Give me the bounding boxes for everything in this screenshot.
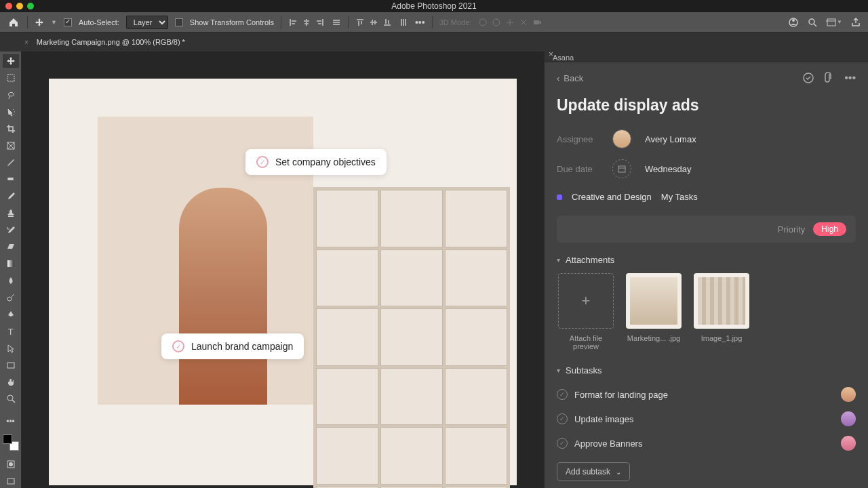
blur-tool[interactable]: [3, 274, 19, 287]
align-right-icon[interactable]: [315, 18, 325, 27]
check-circle-icon: [256, 156, 269, 168]
window-close-button[interactable]: [5, 3, 12, 9]
workspace-icon[interactable]: ▼: [826, 17, 842, 28]
back-label: Back: [564, 73, 583, 83]
svg-rect-7: [317, 20, 321, 22]
assignee-avatar[interactable]: [841, 387, 856, 402]
quick-mask-icon[interactable]: [3, 458, 19, 471]
priority-value[interactable]: High: [813, 222, 846, 236]
move-tool[interactable]: [3, 54, 19, 68]
window-minimize-button[interactable]: [16, 3, 23, 9]
complete-task-icon[interactable]: [802, 72, 814, 84]
svg-point-44: [7, 395, 13, 401]
check-circle-icon[interactable]: [557, 438, 568, 449]
assignee-avatar[interactable]: [612, 129, 631, 148]
check-circle-icon[interactable]: [557, 413, 568, 424]
subtask-item[interactable]: Format for landing page: [557, 382, 856, 407]
cloud-docs-icon[interactable]: [788, 17, 799, 28]
path-select-tool[interactable]: [3, 342, 19, 355]
add-subtask-button[interactable]: Add subtask ⌄: [557, 462, 630, 481]
3d-camera-icon: [532, 18, 542, 27]
gradient-tool[interactable]: [3, 257, 19, 270]
attachment-thumb-2[interactable]: Image_1.jpg: [692, 273, 751, 350]
search-icon[interactable]: [807, 17, 818, 28]
pen-tool[interactable]: [3, 308, 19, 321]
3d-mode-label: 3D Mode:: [439, 18, 472, 26]
lasso-tool[interactable]: [3, 88, 19, 102]
document-tab[interactable]: Marketing Campaign.png @ 100% (RGB/8) *: [28, 34, 193, 50]
align-middle-icon[interactable]: [369, 18, 378, 27]
show-transform-checkbox[interactable]: [175, 18, 183, 26]
document-tab-bar: × Marketing Campaign.png @ 100% (RGB/8) …: [0, 33, 868, 52]
dodge-tool[interactable]: [3, 291, 19, 304]
history-brush-tool[interactable]: [3, 223, 19, 237]
svg-line-45: [12, 400, 15, 403]
task-title[interactable]: Update display ads: [545, 94, 868, 124]
attachments-header[interactable]: ▾ Attachments: [557, 255, 856, 265]
project-1[interactable]: Creative and Design: [572, 192, 652, 202]
canvas-pill-objectives[interactable]: Set company objectives: [245, 149, 387, 175]
calendar-icon[interactable]: [612, 159, 631, 178]
add-attachment[interactable]: + Attach file preview: [557, 273, 615, 350]
assignee-avatar[interactable]: [841, 411, 856, 426]
distribute-icon[interactable]: [332, 18, 341, 27]
align-center-h-icon[interactable]: [302, 18, 311, 27]
subtask-item[interactable]: Update images: [557, 407, 856, 431]
foreground-background-colors[interactable]: [3, 434, 19, 451]
canvas-pill-campaign[interactable]: Launch brand campaign: [161, 333, 304, 359]
svg-rect-19: [385, 19, 387, 24]
attachment-icon[interactable]: [824, 72, 835, 84]
crop-tool[interactable]: [3, 122, 19, 136]
healing-brush-tool[interactable]: [3, 172, 19, 186]
3d-slide-icon: [519, 18, 528, 27]
assignee-avatar[interactable]: [841, 436, 856, 451]
svg-rect-48: [7, 479, 14, 484]
type-tool[interactable]: T: [3, 325, 19, 338]
screen-mode-icon[interactable]: [3, 474, 19, 488]
canvas-area[interactable]: Set company objectives Launch brand camp…: [22, 52, 544, 488]
move-tool-icon[interactable]: [35, 18, 44, 27]
project-2[interactable]: My Tasks: [661, 192, 698, 202]
zoom-tool[interactable]: [3, 392, 19, 405]
svg-point-28: [792, 19, 795, 22]
share-icon[interactable]: [850, 17, 861, 28]
panel-title[interactable]: Asana: [545, 54, 868, 62]
svg-rect-17: [374, 20, 376, 24]
assignee-name[interactable]: Avery Lomax: [645, 134, 696, 144]
back-button[interactable]: ‹ Back: [557, 73, 583, 83]
app-title: Adobe Photoshop 2021: [391, 1, 476, 11]
quick-select-tool[interactable]: [3, 105, 19, 119]
more-actions-icon[interactable]: •••: [844, 72, 856, 84]
chevron-down-icon: ▾: [557, 367, 560, 374]
rectangle-tool[interactable]: [3, 359, 19, 372]
subtasks-header[interactable]: ▾ Subtasks: [557, 365, 856, 375]
eyedropper-tool[interactable]: [3, 156, 19, 169]
document-canvas[interactable]: Set company objectives Launch brand camp…: [49, 79, 517, 485]
align-left-icon[interactable]: [288, 18, 298, 27]
align-bottom-icon[interactable]: [382, 18, 392, 27]
brush-tool[interactable]: [3, 189, 19, 203]
marquee-tool[interactable]: [3, 71, 19, 85]
chevron-down-icon[interactable]: ▼: [51, 19, 57, 26]
more-options-icon[interactable]: •••: [415, 17, 425, 28]
home-icon[interactable]: [7, 16, 20, 29]
hand-tool[interactable]: [3, 375, 19, 389]
subtask-item[interactable]: Approve Banners: [557, 431, 856, 455]
eraser-tool[interactable]: [3, 240, 19, 253]
window-maximize-button[interactable]: [27, 3, 34, 9]
edit-toolbar-icon[interactable]: •••: [3, 415, 19, 428]
auto-select-target[interactable]: Layer: [126, 16, 168, 29]
options-bar: ▼ Auto-Select: Layer Show Transform Cont…: [0, 12, 868, 33]
align-top-icon[interactable]: [355, 18, 365, 27]
svg-rect-43: [7, 363, 14, 368]
attachment-thumb-1[interactable]: Marketing... .jpg: [625, 273, 683, 350]
clone-stamp-tool[interactable]: [3, 206, 19, 220]
check-circle-icon[interactable]: [557, 389, 568, 400]
panel-close-icon[interactable]: ×: [549, 49, 553, 59]
canvas-image-shelves[interactable]: [313, 187, 510, 488]
frame-tool[interactable]: [3, 139, 19, 152]
svg-rect-22: [403, 19, 404, 26]
auto-select-checkbox[interactable]: [64, 18, 72, 26]
duedate-value[interactable]: Wednesday: [645, 164, 691, 174]
distribute-v-icon[interactable]: [399, 18, 408, 27]
